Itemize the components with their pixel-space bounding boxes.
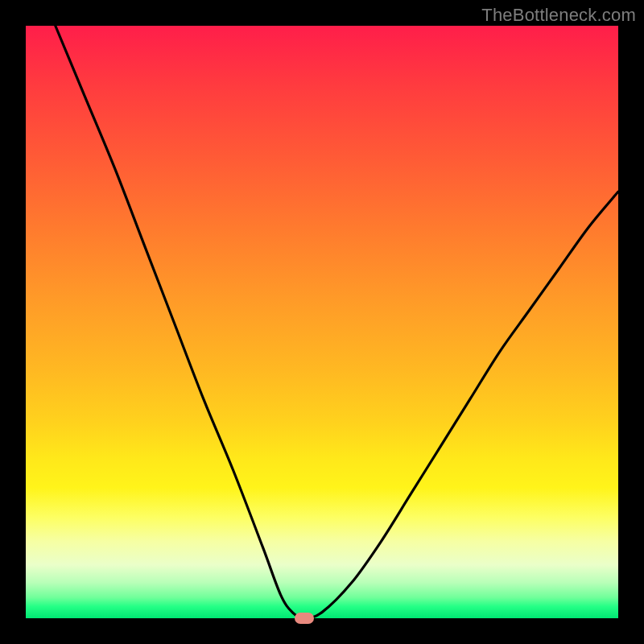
chart-frame: TheBottleneck.com bbox=[0, 0, 644, 644]
watermark-text: TheBottleneck.com bbox=[481, 5, 636, 26]
bottleneck-curve bbox=[56, 26, 618, 618]
curve-svg bbox=[26, 26, 618, 618]
plot-area bbox=[26, 26, 618, 618]
optimum-marker bbox=[295, 613, 314, 624]
